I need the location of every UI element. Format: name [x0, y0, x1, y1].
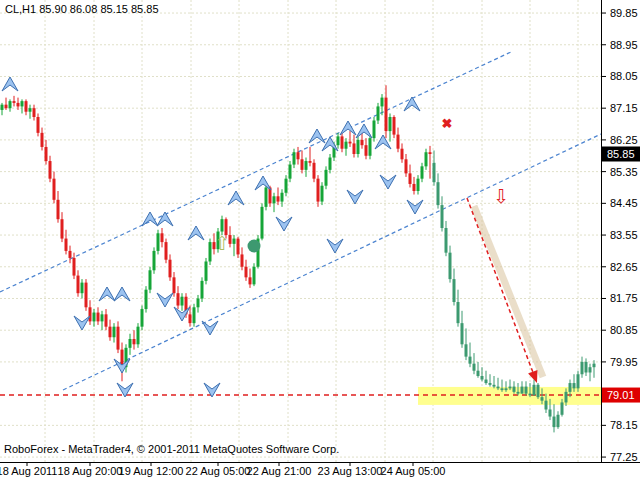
- hollow-down-arrow-icon[interactable]: ⇩: [493, 186, 509, 207]
- forecast-arrowhead: [528, 370, 537, 383]
- time-axis: 18 Aug 201118 Aug 20:0019 Aug 12:0022 Au…: [0, 462, 445, 477]
- fractal-up-icon: [255, 176, 271, 190]
- price-axis-label: 85.35: [610, 166, 638, 178]
- price-axis-label: 81.75: [610, 292, 638, 304]
- price-axis-label: 89.85: [610, 7, 638, 19]
- price-axis-label: 88.95: [610, 39, 638, 51]
- channel-lower-line[interactable]: [63, 134, 601, 390]
- price-axis-label: 77.25: [610, 451, 638, 463]
- fractal-up-icon: [157, 212, 173, 226]
- fractal-up-arrows[interactable]: [2, 77, 420, 301]
- price-axis-label: 86.25: [610, 134, 638, 146]
- x-mark-icon[interactable]: ✖: [442, 116, 453, 131]
- time-axis-label: 24 Aug 05:00: [381, 465, 446, 477]
- price-axis-label: 78.15: [610, 419, 638, 431]
- svg-text:79.01: 79.01: [607, 389, 635, 401]
- fractal-down-icon: [407, 200, 423, 214]
- fractal-down-icon: [74, 316, 90, 330]
- time-axis-label: 23 Aug 13:00: [318, 465, 383, 477]
- fractal-up-icon: [2, 77, 18, 91]
- fractal-down-icon: [347, 190, 363, 204]
- trend-channel[interactable]: [0, 51, 601, 390]
- forecast-arrow[interactable]: [467, 198, 543, 383]
- fractal-up-icon: [404, 97, 420, 111]
- fractal-up-icon: [188, 226, 204, 240]
- chart-ohlc-title: CL,H1 85.90 86.08 85.15 85.85: [5, 3, 159, 15]
- hollow-up-arrow-icon[interactable]: ⇧: [214, 233, 230, 254]
- fractal-down-icon: [276, 217, 292, 231]
- pivot-dot-icon[interactable]: [248, 240, 261, 253]
- price-axis-label: 79.95: [610, 356, 638, 368]
- chart-canvas[interactable]: ✖⇩⇧89.8588.9588.0587.1586.2585.3584.4583…: [0, 0, 640, 480]
- fractal-down-icon: [157, 293, 173, 307]
- time-axis-label: 18 Aug 20:00: [58, 465, 123, 477]
- fractal-up-icon: [375, 135, 391, 149]
- price-axis-label: 83.55: [610, 229, 638, 241]
- forecast-arrow-shadow: [474, 206, 543, 377]
- fractal-up-icon: [340, 121, 356, 135]
- svg-text:85.85: 85.85: [607, 148, 635, 160]
- time-axis-label: 22 Aug 05:00: [186, 465, 251, 477]
- candles: [1, 85, 596, 432]
- current-price-badge: 85.85: [602, 146, 640, 161]
- target-price-badge: 79.01: [602, 388, 640, 403]
- fractal-down-arrows[interactable]: [74, 175, 423, 397]
- time-axis-label: 22 Aug 21:00: [247, 465, 312, 477]
- fractal-up-icon: [99, 287, 115, 301]
- copyright-watermark: RoboForex - MetaTrader4, © 2001-2011 Met…: [4, 443, 339, 455]
- price-axis-label: 82.65: [610, 261, 638, 273]
- fractal-down-icon: [380, 175, 396, 189]
- fractal-up-icon: [356, 124, 372, 138]
- price-axis-label: 80.85: [610, 324, 638, 336]
- price-axis-label: 87.15: [610, 102, 638, 114]
- price-axis-label: 84.45: [610, 197, 638, 209]
- price-axis-label: 88.05: [610, 70, 638, 82]
- mt4-chart-window: CL,H1 85.90 86.08 85.15 85.85 RoboForex …: [0, 0, 640, 480]
- time-axis-label: 19 Aug 12:00: [119, 465, 184, 477]
- fractal-down-icon: [202, 321, 218, 335]
- fractal-up-icon: [309, 129, 325, 143]
- time-axis-label: 18 Aug 2011: [0, 465, 57, 477]
- fractal-down-icon: [327, 239, 343, 253]
